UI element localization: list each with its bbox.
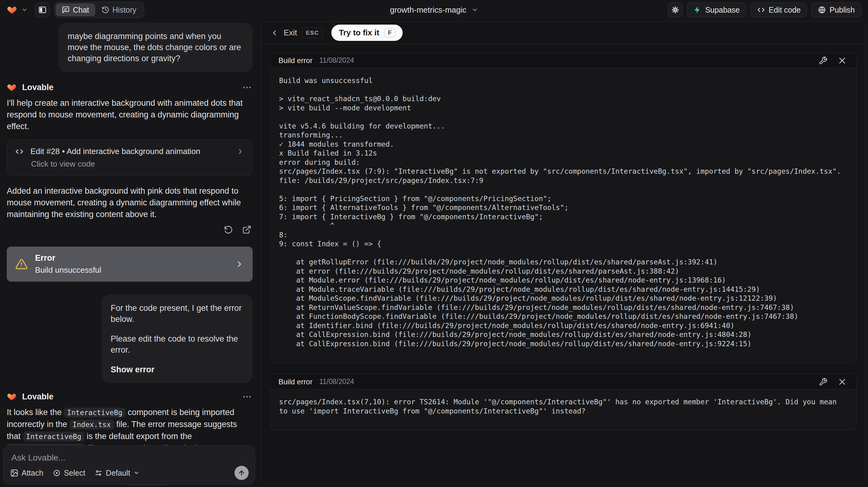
- mode-selector[interactable]: Default: [94, 468, 139, 478]
- exit-label: Exit: [284, 28, 297, 37]
- user-message-line: Please edit the code to resolve the erro…: [111, 333, 243, 356]
- history-icon: [101, 6, 110, 14]
- composer-toolbar: Attach Select Default: [10, 466, 249, 480]
- chat-input[interactable]: Ask Lovable...: [11, 453, 247, 463]
- error-card-title: Error: [35, 253, 101, 263]
- assistant-message: I'll help create an interactive backgrou…: [7, 97, 253, 132]
- tab-history[interactable]: History: [95, 3, 143, 16]
- tab-chat[interactable]: Chat: [56, 3, 95, 16]
- build-error-log: src/pages/Index.tsx(7,10): error TS2614:…: [271, 390, 856, 430]
- chevron-left-icon: [271, 29, 279, 37]
- close-icon: [838, 377, 846, 386]
- project-chevron-down-icon: [471, 6, 478, 13]
- composer: Ask Lovable... Attach Select: [3, 445, 255, 485]
- user-message-line: For the code present, I get the error be…: [111, 303, 243, 325]
- fix-error-button[interactable]: [817, 54, 829, 67]
- assistant-name: Lovable: [22, 392, 54, 401]
- supabase-bolt-icon: [693, 6, 702, 14]
- edit-card-28[interactable]: Edit #28 • Add interactive background an…: [7, 140, 253, 176]
- view-switcher: Chat History: [54, 2, 144, 18]
- user-message: For the code present, I get the error be…: [101, 295, 253, 383]
- chat-bubble-icon: [62, 6, 70, 14]
- message-actions: [7, 224, 253, 236]
- chevron-right-icon: [236, 148, 244, 156]
- error-card-text: Error Build unsuccessful: [35, 253, 101, 275]
- send-button[interactable]: [235, 466, 249, 480]
- tab-history-label: History: [113, 5, 136, 14]
- fix-error-button[interactable]: [817, 376, 829, 388]
- logo-chevron-down-icon[interactable]: [22, 7, 28, 13]
- build-error-panel-header: Build error 11/08/2024: [271, 53, 856, 68]
- f-key-badge: F: [384, 28, 395, 37]
- restore-icon: [224, 225, 233, 234]
- project-name: growth-metrics-magic: [390, 5, 467, 15]
- assistant-header: Lovable: [7, 392, 253, 401]
- external-link-icon: [242, 225, 251, 234]
- wrench-icon: [819, 56, 828, 65]
- chat-panel: maybe diagramming points and when you mo…: [0, 20, 257, 487]
- sidebar-toggle-button[interactable]: [35, 2, 50, 17]
- tab-chat-label: Chat: [73, 5, 89, 14]
- settings-button[interactable]: [668, 2, 683, 17]
- assistant-header: Lovable: [7, 82, 253, 92]
- restore-button[interactable]: [222, 224, 234, 236]
- sliders-icon: [94, 469, 103, 477]
- chevron-right-icon: [235, 260, 244, 269]
- lovable-avatar: [7, 392, 17, 401]
- build-error-log: Build was unsuccessful > vite_react_shad…: [271, 68, 856, 363]
- build-error-title: Build error: [278, 377, 313, 386]
- code-icon: [757, 6, 765, 14]
- close-error-button[interactable]: [836, 376, 848, 388]
- edit-card-subtitle: Click to view code: [31, 159, 244, 169]
- edit-code-label: Edit code: [769, 5, 801, 14]
- esc-key-badge: ESC: [302, 28, 323, 38]
- more-options-button[interactable]: [241, 394, 253, 399]
- error-overlay-header: Exit ESC Try to fix it F: [261, 22, 865, 44]
- build-error-date: 11/08/2024: [319, 56, 354, 65]
- try-to-fix-button[interactable]: Try to fix it F: [331, 25, 403, 41]
- lovable-avatar: [7, 82, 17, 92]
- target-icon: [53, 469, 61, 477]
- warning-triangle-icon: [16, 258, 28, 270]
- attach-label: Attach: [22, 468, 43, 478]
- arrow-up-icon: [238, 469, 246, 477]
- user-message: maybe diagramming points and when you mo…: [58, 23, 253, 72]
- edit-code-button[interactable]: Edit code: [751, 2, 807, 17]
- project-menu[interactable]: growth-metrics-magic: [390, 5, 478, 15]
- open-preview-button[interactable]: [241, 224, 253, 236]
- lovable-logo[interactable]: [7, 5, 17, 15]
- build-error-panel-header: Build error 11/08/2024: [271, 374, 856, 390]
- publish-label: Publish: [830, 5, 855, 14]
- assistant-name: Lovable: [22, 83, 54, 92]
- image-icon: [10, 469, 19, 477]
- build-error-date: 11/08/2024: [319, 377, 354, 386]
- chevron-down-icon: [133, 470, 140, 476]
- publish-button[interactable]: Publish: [811, 2, 861, 17]
- select-label: Select: [64, 468, 85, 478]
- assistant-message: Added an interactive background with pin…: [7, 185, 253, 220]
- supabase-button[interactable]: Supabase: [687, 2, 746, 17]
- try-to-fix-label: Try to fix it: [339, 28, 379, 37]
- mode-label: Default: [106, 468, 130, 478]
- attach-button[interactable]: Attach: [10, 468, 43, 478]
- close-icon: [838, 56, 846, 65]
- wrench-icon: [819, 377, 828, 386]
- supabase-label: Supabase: [705, 5, 740, 14]
- select-button[interactable]: Select: [53, 468, 85, 478]
- code-icon: [15, 147, 24, 156]
- message-list: maybe diagramming points and when you mo…: [0, 23, 257, 487]
- topbar: Chat History growth-metrics-magic: [0, 0, 868, 20]
- more-options-button[interactable]: [241, 85, 253, 90]
- exit-button[interactable]: Exit ESC: [271, 28, 323, 38]
- error-card-subtitle: Build unsuccessful: [35, 265, 101, 275]
- edit-card-title: Edit #28 • Add interactive background an…: [30, 147, 200, 156]
- build-error-panel-2: Build error 11/08/2024 src/pages/Index.t…: [270, 374, 857, 430]
- globe-icon: [818, 6, 826, 14]
- show-error-link[interactable]: Show error: [111, 364, 243, 375]
- gear-icon: [671, 5, 680, 14]
- error-overlay-panel: Exit ESC Try to fix it F Build error 11/…: [261, 22, 866, 483]
- close-error-button[interactable]: [836, 54, 848, 67]
- build-error-panel-1: Build error 11/08/2024 Build was unsucce…: [270, 53, 857, 363]
- panel-left-icon: [38, 5, 47, 14]
- build-error-card[interactable]: Error Build unsuccessful: [7, 247, 253, 282]
